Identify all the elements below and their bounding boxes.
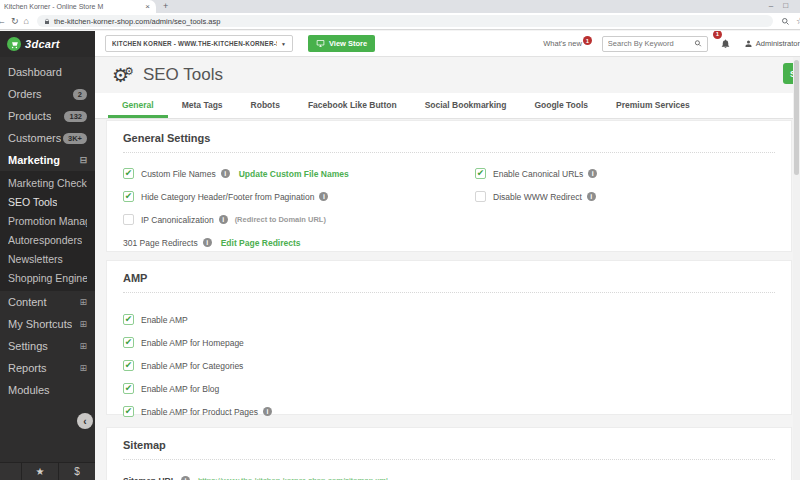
sidebar-item-products[interactable]: Products 132 <box>0 105 95 127</box>
sidebar-item-modules[interactable]: Modules <box>0 379 95 401</box>
sidebar-item-seo-tools[interactable]: SEO Tools <box>0 193 95 212</box>
sidebar-item-marketing-checklist[interactable]: Marketing Checklist <box>0 174 95 193</box>
info-icon[interactable] <box>181 476 190 480</box>
sidebar-item-shopping-engines[interactable]: Shopping Engines <box>0 269 95 288</box>
view-store-label: View Store <box>329 39 367 48</box>
setting-disable-www-redirect: Disable WWW Redirect <box>475 185 775 208</box>
header-right: What's new 1 1 Administrator <box>543 35 800 53</box>
home-icon[interactable]: ⌂ <box>24 17 29 26</box>
sidebar-item-newsletters[interactable]: Newsletters <box>0 250 95 269</box>
tab-facebook-like-button[interactable]: Facebook Like Button <box>294 93 411 118</box>
enable-amp-categories-checkbox[interactable] <box>123 360 134 371</box>
customers-count-badge: 3K+ <box>63 133 87 144</box>
tab-premium-services[interactable]: Premium Services <box>602 93 704 118</box>
expand-icon[interactable]: ⊞ <box>79 357 87 379</box>
address-bar[interactable]: the-kitchen-korner-shop.com/admin/seo_to… <box>37 15 773 27</box>
view-store-button[interactable]: View Store <box>308 35 375 52</box>
ip-canonicalization-note: (Redirect to Domain URL) <box>235 215 326 224</box>
enable-amp-product-pages-checkbox[interactable] <box>123 406 134 417</box>
notifications[interactable]: 1 <box>720 35 738 53</box>
sidebar-bottom-spacer <box>0 463 22 480</box>
enable-amp-blog-checkbox[interactable] <box>123 383 134 394</box>
divider <box>123 152 775 153</box>
setting-enable-amp-blog: Enable AMP for Blog <box>123 377 775 400</box>
ip-canonicalization-checkbox[interactable] <box>123 214 134 225</box>
expand-icon[interactable]: ⊞ <box>79 291 87 313</box>
sidebar-item-autoresponders[interactable]: Autoresponders <box>0 231 95 250</box>
sidebar-collapse-button[interactable]: ‹ <box>77 413 93 429</box>
browser-tab-title: Kitchen Korner - Online Store M <box>4 3 141 10</box>
custom-file-names-checkbox[interactable] <box>123 168 134 179</box>
store-selector-dropdown[interactable]: KITCHEN KORNER - WWW.THE-KITCHEN-KORNER-… <box>105 35 293 52</box>
info-icon[interactable] <box>203 238 212 247</box>
sidebar-item-marketing[interactable]: Marketing ⊟ <box>0 149 95 171</box>
update-custom-file-names-link[interactable]: Update Custom File Names <box>239 169 349 179</box>
info-icon[interactable] <box>588 169 597 178</box>
orders-count-badge: 2 <box>73 89 87 100</box>
gears-icon: ⚙⚙ <box>112 66 134 85</box>
enable-canonical-urls-checkbox[interactable] <box>475 168 486 179</box>
expand-icon[interactable]: ⊞ <box>79 335 87 357</box>
sidebar-item-settings[interactable]: Settings ⊞ <box>0 335 95 357</box>
tab-close-icon[interactable]: × <box>145 2 150 11</box>
whats-new-link[interactable]: What's new <box>543 39 582 48</box>
setting-ip-canonicalization: IP Canonicalization (Redirect to Domain … <box>123 208 475 231</box>
tab-social-bookmarking[interactable]: Social Bookmarking <box>411 93 521 118</box>
new-tab-icon[interactable]: + <box>163 0 168 13</box>
sidebar-item-orders[interactable]: Orders 2 <box>0 83 95 105</box>
sidebar-item-content[interactable]: Content ⊞ <box>0 291 95 313</box>
hide-category-checkbox[interactable] <box>123 191 134 202</box>
edit-page-redirects-link[interactable]: Edit Page Redirects <box>221 238 301 248</box>
admin-header: KITCHEN KORNER - WWW.THE-KITCHEN-KORNER-… <box>95 31 800 57</box>
info-icon[interactable] <box>587 192 596 201</box>
info-icon[interactable] <box>319 192 328 201</box>
bookmark-star-icon[interactable]: ☆ <box>796 16 800 26</box>
tab-bar: General Meta Tags Robots Facebook Like B… <box>95 93 800 119</box>
logo[interactable]: 3dcart <box>0 31 95 57</box>
collapse-icon[interactable]: ⊟ <box>79 149 87 171</box>
sitemap-url-label: Sitemap URL <box>123 476 176 480</box>
search-icon[interactable] <box>694 39 702 48</box>
sidebar: 3dcart Dashboard Orders 2 Products 132 C… <box>0 31 95 480</box>
disable-www-redirect-checkbox[interactable] <box>475 191 486 202</box>
favorites-button[interactable]: ★ <box>22 463 59 480</box>
browser-tab[interactable]: Kitchen Korner - Online Store M × <box>0 0 156 13</box>
sidebar-item-my-shortcuts[interactable]: My Shortcuts ⊞ <box>0 313 95 335</box>
tab-meta-tags[interactable]: Meta Tags <box>168 93 237 118</box>
page-scrollbar[interactable] <box>793 57 800 480</box>
enable-amp-homepage-checkbox[interactable] <box>123 337 134 348</box>
tab-google-tools[interactable]: Google Tools <box>520 93 602 118</box>
screen: Kitchen Korner - Online Store M × + –□ ←… <box>0 0 800 480</box>
info-icon[interactable] <box>221 169 230 178</box>
page-title: SEO Tools <box>143 65 223 85</box>
star-icon: ★ <box>36 466 45 477</box>
scrollbar-thumb[interactable] <box>794 60 799 175</box>
billing-button[interactable]: $ <box>59 463 95 480</box>
sitemap-url-link[interactable]: https://www.the-kitchen-korner-shop.com/… <box>198 476 388 480</box>
sidebar-item-dashboard[interactable]: Dashboard <box>0 61 95 83</box>
whats-new-badge: 1 <box>583 36 592 45</box>
sitemap-url-row: Sitemap URL https://www.the-kitchen-korn… <box>123 469 775 480</box>
back-icon[interactable]: ← <box>0 17 6 26</box>
tab-robots[interactable]: Robots <box>237 93 294 118</box>
logo-text: 3dcart <box>25 38 60 50</box>
info-icon[interactable] <box>263 407 272 416</box>
info-icon[interactable] <box>219 215 228 224</box>
enable-amp-checkbox[interactable] <box>123 314 134 325</box>
user-menu[interactable]: Administrator <box>744 39 800 48</box>
tab-general[interactable]: General <box>108 93 168 118</box>
zoom-icon[interactable] <box>781 17 790 26</box>
sidebar-item-customers[interactable]: Customers 3K+ <box>0 127 95 149</box>
reload-icon[interactable]: ↻ <box>11 17 19 26</box>
browser-toolbar: ← ↻ ⌂ the-kitchen-korner-shop.com/admin/… <box>0 13 800 30</box>
setting-enable-amp: Enable AMP <box>123 308 775 331</box>
window-controls[interactable]: –□ <box>769 0 798 12</box>
expand-icon[interactable]: ⊞ <box>79 313 87 335</box>
divider <box>123 459 775 460</box>
search-input[interactable] <box>608 39 694 48</box>
section-heading: AMP <box>123 272 775 284</box>
bell-icon[interactable] <box>720 38 731 49</box>
sidebar-item-reports[interactable]: Reports ⊞ <box>0 357 95 379</box>
page-header: ⚙⚙ SEO Tools Save <box>95 57 800 93</box>
sidebar-item-promotion-manager[interactable]: Promotion Manager <box>0 212 95 231</box>
